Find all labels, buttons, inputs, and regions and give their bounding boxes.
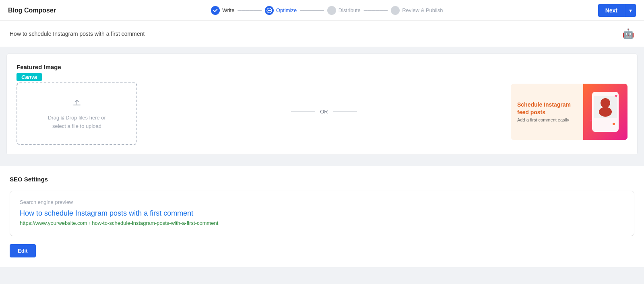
seo-preview-label: Search engine preview — [20, 199, 624, 205]
step-review: Review & Publish — [391, 6, 443, 15]
step-arrow-3: ────── — [364, 7, 388, 14]
app-header: Blog Composer Write ────── Optimize ────… — [0, 0, 644, 21]
step-distribute-label: Distribute — [339, 7, 361, 13]
seo-section-title: SEO Settings — [10, 176, 634, 183]
seo-edit-button[interactable]: Edit — [10, 244, 36, 257]
step-arrow-2: ────── — [300, 7, 324, 14]
seo-preview-url: https://www.yourwebsite.com › how-to-sch… — [20, 220, 624, 226]
ad-subtitle: Add a first comment easily — [517, 117, 577, 122]
step-optimize-circle — [265, 6, 274, 15]
upload-instructions: Drag & Drop files here or select a file … — [48, 114, 106, 131]
next-button[interactable]: Next — [598, 4, 625, 17]
svg-text:♥: ♥ — [615, 93, 617, 99]
upload-zone-wrapper: Canva Drag & Drop files here or select a… — [17, 78, 137, 145]
next-dropdown-button[interactable]: ▾ — [625, 4, 636, 17]
or-line-left — [291, 111, 315, 112]
post-title-input[interactable] — [10, 31, 622, 37]
upload-icon — [72, 97, 82, 110]
post-title-bar: 🤖 — [0, 21, 644, 47]
ad-banner: Schedule Instagram feed posts Add a firs… — [511, 84, 627, 140]
svg-point-6 — [601, 98, 610, 108]
seo-preview-box: Search engine preview How to schedule In… — [10, 191, 634, 236]
svg-point-1 — [329, 8, 334, 13]
ad-content: Schedule Instagram feed posts Add a firs… — [511, 84, 583, 140]
svg-point-10 — [613, 123, 615, 125]
svg-point-2 — [393, 8, 398, 13]
svg-text:♥: ♥ — [590, 119, 592, 123]
ad-graphic: ♥ ♥ — [583, 84, 627, 140]
canva-badge[interactable]: Canva — [17, 73, 42, 81]
featured-image-title: Featured Image — [17, 64, 627, 70]
or-line-right — [333, 111, 357, 112]
step-optimize-label: Optimize — [276, 7, 297, 13]
step-optimize: Optimize — [265, 6, 297, 15]
step-write: Write — [211, 6, 234, 15]
file-upload-zone[interactable]: Drag & Drop files here or select a file … — [17, 82, 137, 145]
step-review-circle — [391, 6, 400, 15]
or-divider: OR — [153, 109, 495, 115]
step-arrow-1: ────── — [237, 7, 262, 14]
svg-point-7 — [599, 107, 612, 117]
ad-image: ♥ ♥ — [583, 84, 627, 140]
or-text: OR — [320, 109, 328, 115]
seo-preview-title: How to schedule Instagram posts with a f… — [20, 209, 624, 218]
step-review-label: Review & Publish — [402, 7, 443, 13]
seo-settings-section: SEO Settings Search engine preview How t… — [0, 166, 644, 267]
workflow-steps: Write ────── Optimize ────── Distribute … — [211, 6, 443, 15]
featured-image-area: Canva Drag & Drop files here or select a… — [17, 78, 627, 145]
header-actions: Next ▾ — [598, 4, 636, 17]
step-distribute: Distribute — [327, 6, 361, 15]
step-distribute-circle — [327, 6, 336, 15]
section-divider — [0, 161, 644, 166]
ai-robot-icon[interactable]: 🤖 — [622, 28, 634, 39]
app-title: Blog Composer — [8, 7, 56, 14]
step-write-circle — [211, 6, 220, 15]
ad-title: Schedule Instagram feed posts — [517, 101, 577, 115]
featured-image-section: Featured Image Canva Drag & Drop files h… — [6, 54, 638, 155]
step-write-label: Write — [222, 7, 234, 13]
